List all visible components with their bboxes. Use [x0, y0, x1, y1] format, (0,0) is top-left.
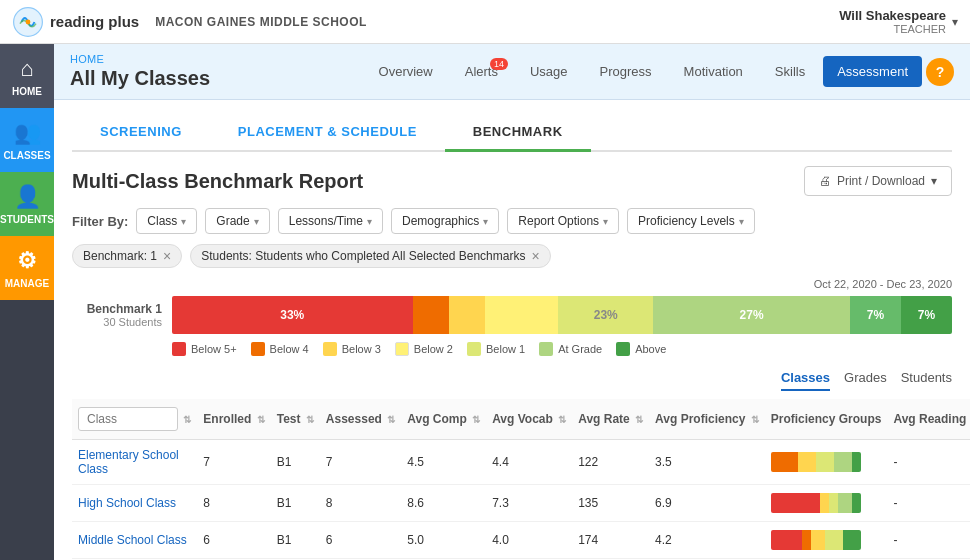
tab-motivation[interactable]: Motivation [670, 56, 757, 87]
filter-report-options-button[interactable]: Report Options ▾ [507, 208, 619, 234]
class-name-2[interactable]: Middle School Class [78, 533, 187, 547]
enrolled-0: 7 [197, 440, 270, 485]
main-content: HOME All My Classes Overview Alerts14 Us… [54, 44, 970, 560]
avg-comp-sort-icon[interactable]: ⇅ [472, 414, 480, 425]
prof-seg-2-0 [771, 530, 803, 550]
user-name: Will Shakespeare [839, 8, 946, 23]
prof-seg-2-1 [802, 530, 811, 550]
reading-lessons-1: - [887, 485, 970, 522]
legend-color-at-grade [539, 342, 553, 356]
col-avg-reading-lessons: Avg Reading Lessons ⇅ [887, 399, 970, 440]
legend-color-above [616, 342, 630, 356]
tab-overview[interactable]: Overview [365, 56, 447, 87]
tab-assessment[interactable]: Assessment [823, 56, 922, 87]
filter-class-button[interactable]: Class ▾ [136, 208, 197, 234]
filter-grade-button[interactable]: Grade ▾ [205, 208, 269, 234]
assessed-sort-icon[interactable]: ⇅ [387, 414, 395, 425]
table-tab-grades[interactable]: Grades [844, 370, 887, 391]
data-table: ⇅ Enrolled ⇅ Test ⇅ Assessed [72, 399, 970, 559]
report-title: Multi-Class Benchmark Report [72, 170, 363, 193]
table-tab-students[interactable]: Students [901, 370, 952, 391]
legend-above: Above [616, 342, 666, 356]
top-bar: reading plus MACON GAINES MIDDLE SCHOOL … [0, 0, 970, 44]
col-class: ⇅ [72, 399, 197, 440]
reading-lessons-2: - [887, 522, 970, 559]
tab-benchmark[interactable]: BENCHMARK [445, 114, 591, 152]
test-sort-icon[interactable]: ⇅ [306, 414, 314, 425]
avg-rate-0: 122 [572, 440, 649, 485]
user-role: TEACHER [839, 23, 946, 35]
sidebar-item-classes[interactable]: 👥 CLASSES [0, 108, 54, 172]
prof-seg-0-1 [798, 452, 816, 472]
table-row: Middle School Class 6 B1 6 5.0 4.0 174 4… [72, 522, 970, 559]
tab-skills[interactable]: Skills [761, 56, 819, 87]
sub-nav-tabs: Overview Alerts14 Usage Progress Motivat… [365, 56, 954, 87]
class-sort-icon[interactable]: ⇅ [183, 414, 191, 425]
filter-lessons-button[interactable]: Lessons/Time ▾ [278, 208, 383, 234]
table-header-row: ⇅ Enrolled ⇅ Test ⇅ Assessed [72, 399, 970, 440]
prof-seg-0-3 [834, 452, 852, 472]
filter-row: Filter By: Class ▾ Grade ▾ Lessons/Time … [72, 208, 952, 234]
bar-above1: 7% [850, 296, 901, 334]
content-tab-bar: SCREENING PLACEMENT & SCHEDULE BENCHMARK [72, 114, 952, 152]
class-name-0[interactable]: Elementary School Class [78, 448, 179, 476]
test-0: B1 [271, 440, 320, 485]
tab-alerts[interactable]: Alerts14 [451, 56, 512, 87]
sidebar-item-manage[interactable]: ⚙ MANAGE [0, 236, 54, 300]
class-filter-input[interactable] [78, 407, 178, 431]
tab-placement[interactable]: PLACEMENT & SCHEDULE [210, 114, 445, 152]
prof-seg-2-2 [811, 530, 825, 550]
prof-groups-0 [765, 440, 888, 485]
tab-progress[interactable]: Progress [586, 56, 666, 87]
demo-filter-arrow: ▾ [483, 216, 488, 227]
test-2: B1 [271, 522, 320, 559]
table-row: Elementary School Class 7 B1 7 4.5 4.4 1… [72, 440, 970, 485]
benchmark-tag-remove[interactable]: × [163, 248, 171, 264]
page-title: All My Classes [70, 67, 210, 90]
app-name: reading plus [50, 13, 139, 30]
col-avg-rate: Avg Rate ⇅ [572, 399, 649, 440]
legend-below5: Below 5+ [172, 342, 237, 356]
avg-prof-sort-icon[interactable]: ⇅ [751, 414, 759, 425]
filter-demographics-button[interactable]: Demographics ▾ [391, 208, 499, 234]
assessed-2: 6 [320, 522, 401, 559]
report-header: Multi-Class Benchmark Report 🖨 Print / D… [72, 166, 952, 196]
sidebar-item-home[interactable]: ⌂ HOME [0, 44, 54, 108]
svg-point-1 [26, 19, 31, 24]
print-download-button[interactable]: 🖨 Print / Download ▾ [804, 166, 952, 196]
avg-vocab-0: 4.4 [486, 440, 572, 485]
legend-color-below3 [323, 342, 337, 356]
user-menu-chevron[interactable]: ▾ [952, 15, 958, 29]
sidebar-item-classes-label: CLASSES [3, 150, 50, 161]
classes-icon: 👥 [14, 120, 41, 146]
avg-rate-sort-icon[interactable]: ⇅ [635, 414, 643, 425]
user-info: Will Shakespeare TEACHER [839, 8, 946, 35]
table-tab-classes[interactable]: Classes [781, 370, 830, 391]
sidebar-item-students[interactable]: 👤 STUDENTS [0, 172, 54, 236]
avg-rate-1: 135 [572, 485, 649, 522]
top-bar-right: Will Shakespeare TEACHER ▾ [839, 8, 958, 35]
class-name-1[interactable]: High School Class [78, 496, 176, 510]
active-filters: Benchmark: 1 × Students: Students who Co… [72, 244, 952, 268]
printer-icon: 🖨 [819, 174, 831, 188]
col-enrolled: Enrolled ⇅ [197, 399, 270, 440]
prof-groups-2 [765, 522, 888, 559]
help-button[interactable]: ? [926, 58, 954, 86]
col-assessed: Assessed ⇅ [320, 399, 401, 440]
avg-comp-2: 5.0 [401, 522, 486, 559]
sub-nav: HOME All My Classes Overview Alerts14 Us… [54, 44, 970, 100]
students-tag-remove[interactable]: × [531, 248, 539, 264]
table-section: Classes Grades Students ⇅ Enrolled [72, 370, 952, 559]
avg-comp-1: 8.6 [401, 485, 486, 522]
legend-color-below2 [395, 342, 409, 356]
chart-row: Benchmark 1 30 Students 33% 23% 27% 7% 7… [72, 296, 952, 334]
avg-rate-2: 174 [572, 522, 649, 559]
bar-below4 [413, 296, 449, 334]
assessed-0: 7 [320, 440, 401, 485]
students-filter-tag: Students: Students who Completed All Sel… [190, 244, 550, 268]
filter-proficiency-button[interactable]: Proficiency Levels ▾ [627, 208, 755, 234]
enrolled-sort-icon[interactable]: ⇅ [257, 414, 265, 425]
avg-vocab-sort-icon[interactable]: ⇅ [558, 414, 566, 425]
tab-screening[interactable]: SCREENING [72, 114, 210, 152]
tab-usage[interactable]: Usage [516, 56, 582, 87]
